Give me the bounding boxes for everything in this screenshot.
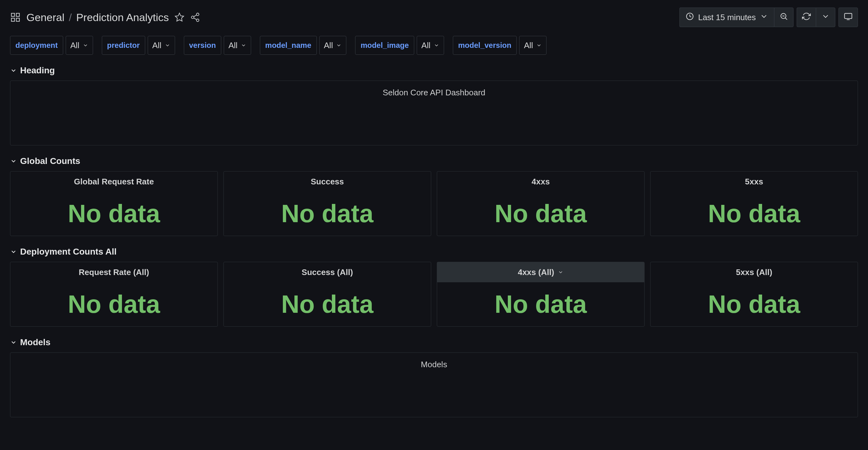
var-label-model-image: model_image [355,36,414,55]
row-toggle-heading[interactable]: Heading [10,65,858,76]
chevron-down-icon [83,43,88,48]
top-bar-left: General / Prediction Analytics [10,11,200,24]
panel-value: No data [651,192,858,236]
panel-5xxs[interactable]: 5xxs No data [650,171,858,236]
panel-title: 4xxs [532,177,550,187]
panel-title: 5xxs (All) [736,268,772,277]
panel-title: Global Request Rate [74,177,154,187]
panel-title: Success (All) [302,268,353,277]
panel-value: No data [437,192,644,236]
var-value: All [524,40,533,50]
var-select-predictor[interactable]: All [148,36,175,55]
chevron-down-icon [821,12,830,23]
var-value: All [324,40,333,50]
var-select-model-image[interactable]: All [417,36,444,55]
var-label-predictor: predictor [102,36,145,55]
row-toggle-global-counts[interactable]: Global Counts [10,156,858,166]
clock-icon [685,12,694,23]
var-model-name: model_name All [260,36,347,55]
svg-rect-1 [16,13,20,17]
panel-models-text[interactable]: Models [10,353,858,417]
chevron-down-icon [10,67,17,74]
svg-point-6 [191,16,194,19]
chevron-down-icon [241,43,246,48]
panel-value: No data [10,282,217,326]
share-icon[interactable] [190,12,200,22]
svg-rect-14 [844,13,852,18]
zoom-out-icon [779,12,788,23]
template-variables: deployment All predictor All version All… [10,36,858,55]
row-title: Global Counts [20,156,80,166]
panel-success[interactable]: Success No data [223,171,431,236]
panel-title: 5xxs [745,177,763,187]
var-value: All [70,40,80,50]
panel-value: No data [224,282,431,326]
panel-5xxs-all[interactable]: 5xxs (All) No data [650,262,858,327]
breadcrumb-root[interactable]: General [26,11,64,24]
refresh-interval-button[interactable] [816,7,835,27]
top-bar: General / Prediction Analytics Last 15 m… [10,7,858,27]
panel-heading-text[interactable]: Seldon Core API Dashboard [10,81,858,145]
row-title: Deployment Counts All [20,247,117,257]
row-toggle-deployment-counts[interactable]: Deployment Counts All [10,247,858,257]
panel-value: No data [224,192,431,236]
breadcrumb-current[interactable]: Prediction Analytics [76,11,169,24]
var-value: All [228,40,238,50]
var-select-model-version[interactable]: All [519,36,547,55]
chevron-down-icon [165,43,170,48]
row-toggle-models[interactable]: Models [10,337,858,347]
chevron-down-icon [336,43,342,48]
dashboard-icon[interactable] [10,12,21,23]
breadcrumb-separator: / [69,11,72,24]
star-icon[interactable] [175,12,184,22]
panel-text: Seldon Core API Dashboard [383,88,486,97]
time-picker-button[interactable]: Last 15 minutes [679,7,774,27]
refresh-group [797,7,835,27]
var-version: version All [184,36,251,55]
var-value: All [152,40,161,50]
chevron-down-icon [536,43,542,48]
time-range-label: Last 15 minutes [698,12,756,22]
var-select-version[interactable]: All [224,36,251,55]
var-label-model-name: model_name [260,36,317,55]
var-select-deployment[interactable]: All [66,36,93,55]
panel-success-all[interactable]: Success (All) No data [223,262,431,327]
var-label-version: version [184,36,221,55]
var-value: All [422,40,431,50]
panel-title: Success [311,177,344,187]
panel-value: No data [651,282,858,326]
svg-line-9 [194,18,197,20]
panel-value: No data [437,282,644,326]
chevron-down-icon [10,248,17,255]
svg-point-5 [196,13,199,16]
var-predictor: predictor All [102,36,175,55]
tv-mode-button[interactable] [838,7,858,27]
panel-request-rate-all[interactable]: Request Rate (All) No data [10,262,218,327]
chevron-down-icon [10,339,17,346]
monitor-icon [844,12,852,23]
var-label-model-version: model_version [453,36,517,55]
refresh-icon [802,12,811,23]
var-select-model-name[interactable]: All [319,36,347,55]
deployment-counts-grid: Request Rate (All) No data Success (All)… [10,262,858,327]
top-bar-right: Last 15 minutes [679,7,858,27]
var-label-deployment: deployment [10,36,63,55]
panel-header-active[interactable]: 4xxs (All) [437,262,644,282]
svg-line-12 [785,18,787,20]
panel-global-request-rate[interactable]: Global Request Rate No data [10,171,218,236]
var-model-image: model_image All [355,36,444,55]
panel-title: 4xxs (All) [518,268,554,277]
panel-4xxs[interactable]: 4xxs No data [437,171,645,236]
chevron-down-icon [434,43,439,48]
zoom-out-button[interactable] [774,7,794,27]
svg-rect-2 [11,18,14,21]
panel-value: No data [10,192,217,236]
breadcrumb: General / Prediction Analytics [26,11,169,24]
var-deployment: deployment All [10,36,93,55]
svg-marker-4 [175,13,184,21]
time-picker-group: Last 15 minutes [679,7,794,27]
panel-4xxs-all[interactable]: 4xxs (All) No data [437,262,645,327]
panel-title: Request Rate (All) [79,268,149,277]
refresh-button[interactable] [797,7,816,27]
chevron-down-icon [10,158,17,165]
